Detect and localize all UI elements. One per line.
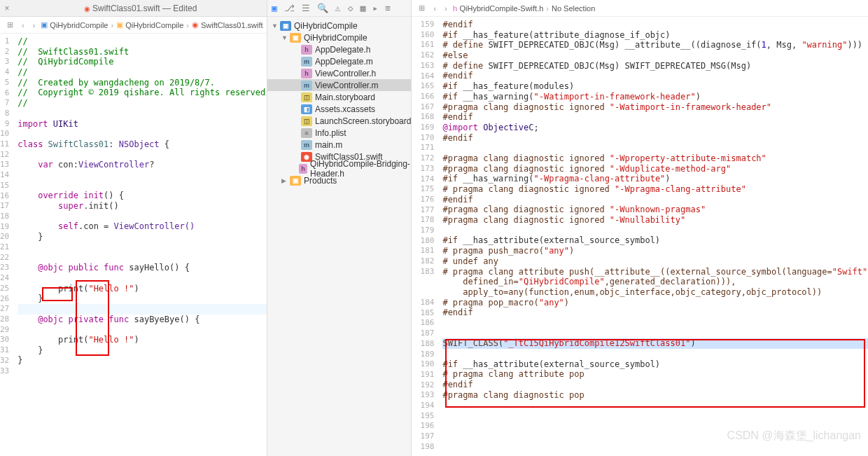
tree-item[interactable]: mAppDelegate.m (267, 55, 411, 67)
report-navigator-icon[interactable]: ≡ (385, 3, 391, 13)
breadcrumb-project[interactable]: ▣QiHybridCompile (41, 20, 108, 29)
nav-forward-icon[interactable]: › (30, 21, 38, 29)
watermark: CSDN @海森堡_lichangan (727, 429, 861, 443)
breadcrumb-file[interactable]: h QiHybridCompile-Swift.h (453, 4, 544, 13)
nav-forward-icon[interactable]: › (442, 4, 450, 13)
code-editor-right[interactable]: 159 160 161 162 163 164 165 166 167 168 … (412, 17, 868, 456)
symbol-navigator-icon[interactable]: ☰ (302, 3, 310, 13)
tree-item[interactable]: ◫LaunchScreen.storyboard (267, 115, 411, 127)
tree-item[interactable]: mmain.m (267, 139, 411, 151)
related-items-icon[interactable]: ⊞ (4, 20, 16, 29)
jump-bar-left: ⊞ ‹ › ▣QiHybridCompile › ▣QiHybridCompil… (0, 17, 267, 34)
tree-item[interactable]: ≡Info.plist (267, 127, 411, 139)
nav-back-icon[interactable]: ‹ (19, 21, 27, 29)
tree-item[interactable]: hAppDelegate.h (267, 43, 411, 55)
breadcrumb-folder[interactable]: ▣QiHybridCompile (116, 20, 183, 29)
debug-navigator-icon[interactable]: ▦ (360, 3, 365, 13)
issue-navigator-icon[interactable]: ⚠ (335, 3, 341, 13)
related-items-icon[interactable]: ⊞ (416, 4, 428, 13)
breakpoint-navigator-icon[interactable]: ▸ (372, 3, 378, 13)
test-navigator-icon[interactable]: ◇ (348, 3, 354, 13)
editor-pane-left: × ◉ SwiftClass01.swift — Edited ⊞ ‹ › ▣Q… (0, 0, 267, 456)
tree-item[interactable]: hViewController.h (267, 67, 411, 79)
navigator-toolbar: ▣ ⎇ ☰ 🔍 ⚠ ◇ ▦ ▸ ≡ (267, 0, 411, 17)
project-navigator-icon[interactable]: ▣ (272, 3, 277, 13)
file-tree[interactable]: ▼▣QiHybridCompile▼▣QiHybridCompilehAppDe… (267, 17, 411, 456)
tree-item[interactable]: ◫Main.storyboard (267, 91, 411, 103)
jump-bar-right: ⊞ ‹ › h QiHybridCompile-Swift.h › No Sel… (412, 0, 868, 17)
find-navigator-icon[interactable]: 🔍 (317, 3, 328, 13)
tree-item[interactable]: hQiHybridCompile-Bridging-Header.h (267, 163, 411, 174)
tree-item[interactable]: mViewController.m (267, 79, 411, 91)
close-tab-icon[interactable]: × (0, 4, 14, 13)
tab-bar: × ◉ SwiftClass01.swift — Edited (0, 0, 267, 17)
breadcrumb-file[interactable]: ◉SwiftClass01.swift (192, 20, 263, 29)
navigator-pane: ▣ ⎇ ☰ 🔍 ⚠ ◇ ▦ ▸ ≡ ▼▣QiHybridCompile▼▣QiH… (267, 0, 412, 456)
tree-item[interactable]: ◧Assets.xcassets (267, 103, 411, 115)
tab-title[interactable]: ◉ SwiftClass01.swift — Edited (14, 4, 267, 13)
code-editor-left[interactable]: 1 2 3 4 5 6 7 8 9 10 11 12 13 14 15 16 1… (0, 34, 267, 456)
source-control-icon[interactable]: ⎇ (284, 3, 295, 13)
editor-pane-right: ⊞ ‹ › h QiHybridCompile-Swift.h › No Sel… (412, 0, 868, 456)
breadcrumb-selection[interactable]: No Selection (552, 4, 595, 13)
nav-back-icon[interactable]: ‹ (430, 4, 439, 13)
tree-item[interactable]: ▼▣QiHybridCompile (267, 32, 411, 43)
tree-item[interactable]: ▼▣QiHybridCompile (267, 20, 411, 32)
